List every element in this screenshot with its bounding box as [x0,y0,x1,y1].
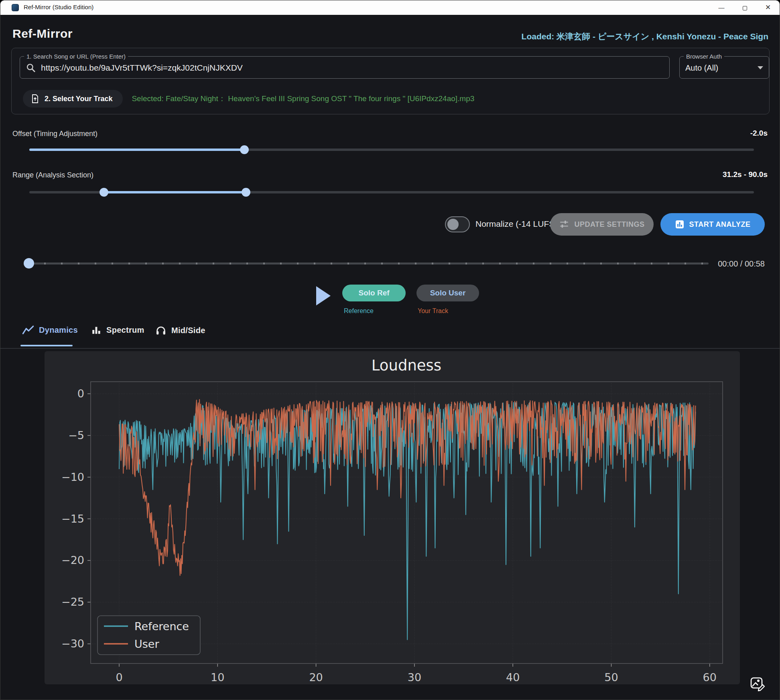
bar-chart-icon [91,325,102,335]
browser-auth-select[interactable]: Browser Auth Auto (All) [679,53,769,79]
svg-text:50: 50 [604,671,618,684]
active-tab-indicator [20,345,73,346]
your-track-sublabel: Your Track [418,307,448,315]
solo-ref-button[interactable]: Solo Ref [342,285,406,301]
tab-spectrum[interactable]: Spectrum [91,325,144,335]
close-button[interactable]: ✕ [756,0,780,15]
svg-text:−15: −15 [61,513,84,525]
svg-text:−25: −25 [61,596,84,608]
window-title: Ref-Mirror (Studio Edition) [24,4,93,10]
playback-thumb[interactable] [24,258,34,269]
offset-slider[interactable] [29,149,754,151]
svg-text:−30: −30 [61,637,84,650]
svg-text:60: 60 [703,671,717,684]
tab-dynamics-label: Dynamics [39,326,78,335]
image-edit-icon[interactable] [750,676,766,692]
svg-text:20: 20 [309,671,323,684]
normalize-label: Normalize (-14 LUFS) [475,219,557,229]
maximize-button[interactable] [733,0,756,15]
start-analyze-label: START ANALYZE [689,220,751,229]
range-label: Range (Analysis Section) [12,171,93,179]
search-input[interactable] [41,63,651,73]
svg-text:−20: −20 [61,554,84,566]
app-icon [12,4,19,11]
tab-midside[interactable]: Mid/Side [155,325,205,336]
search-card: 1. Search Song or URL (Press Enter) Brow… [11,48,770,114]
range-fill [104,191,246,193]
select-track-label: 2. Select Your Track [45,95,112,103]
tune-icon [559,219,569,230]
playback-time: 00:00 / 00:58 [718,259,765,269]
loudness-chart: 0−5−10−15−20−25−300102030405060Reference… [45,351,740,684]
trending-line-icon [22,325,34,335]
range-value: 31.2s - 90.0s [723,170,768,179]
svg-text:0: 0 [77,387,84,400]
title-bar: Ref-Mirror (Studio Edition) — ✕ [0,0,780,15]
headphones-icon [155,325,167,336]
svg-text:−5: −5 [68,429,84,442]
range-thumb-start[interactable] [100,188,108,197]
range-thumb-end[interactable] [242,188,250,197]
svg-text:10: 10 [211,671,224,684]
search-field[interactable]: 1. Search Song or URL (Press Enter) [20,53,670,79]
selected-track-text: Selected: Fate/Stay Night： Heaven's Feel… [132,94,474,104]
browser-auth-value: Auto (All) [685,63,758,73]
reference-sublabel: Reference [344,307,374,315]
tabs-divider [0,348,780,349]
play-button[interactable] [316,286,331,305]
tab-spectrum-label: Spectrum [106,326,144,335]
offset-thumb[interactable] [240,145,249,154]
page-title: Ref-Mirror [12,27,73,41]
chart-card: Loudness 0−5−10−15−20−25−300102030405060… [45,351,740,684]
playback-slider[interactable] [29,262,709,265]
maximize-icon [743,6,747,10]
svg-text:User: User [134,638,159,650]
normalize-toggle[interactable] [445,216,470,232]
update-settings-button[interactable]: UPDATE SETTINGS [550,213,654,236]
tab-dynamics[interactable]: Dynamics [22,325,78,335]
browser-auth-label: Browser Auth [684,53,724,60]
select-track-button[interactable]: 2. Select Your Track [23,90,123,108]
svg-text:40: 40 [506,671,520,684]
offset-fill [29,149,244,151]
tab-bar: Dynamics Spectrum Mid/Side [0,321,780,348]
bar-chart-box-icon [675,220,685,229]
svg-text:0: 0 [116,671,122,684]
search-icon [26,63,36,73]
tab-midside-label: Mid/Side [171,326,205,335]
chevron-down-icon [758,66,763,69]
search-field-label: 1. Search Song or URL (Press Enter) [24,53,128,60]
svg-text:−10: −10 [61,471,84,483]
offset-value: -2.0s [750,129,768,138]
offset-label: Offset (Timing Adjustment) [12,130,98,138]
start-analyze-button[interactable]: START ANALYZE [660,213,765,236]
file-upload-icon [30,94,40,104]
solo-user-button[interactable]: Solo User [416,285,479,301]
minimize-button[interactable]: — [710,0,733,15]
app-window: Ref-Mirror (Studio Edition) — ✕ Ref-Mirr… [0,0,780,700]
svg-text:30: 30 [408,671,421,684]
svg-text:Reference: Reference [134,620,189,633]
range-slider[interactable] [29,191,754,193]
loaded-track-label: Loaded: 米津玄師 - ピースサイン , Kenshi Yonezu - … [522,31,768,42]
update-settings-label: UPDATE SETTINGS [574,220,644,229]
toggle-knob [447,219,459,230]
